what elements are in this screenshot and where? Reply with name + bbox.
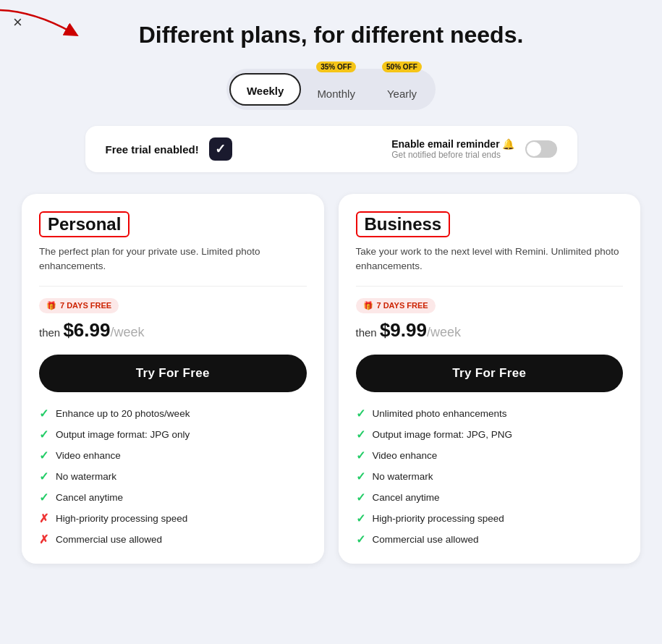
feature-item: ✓ No watermark [39, 470, 307, 483]
close-button[interactable]: × [13, 13, 22, 32]
feature-text: Output image format: JPG, PNG [373, 429, 513, 440]
gift-icon: 🎁 [46, 301, 56, 310]
feature-item: ✓ Cancel anytime [39, 491, 307, 504]
feature-item: ✓ Output image format: JPG only [39, 428, 307, 441]
feature-text: High-priority processing speed [373, 513, 504, 524]
feature-item: ✓ Enhance up to 20 photos/week [39, 407, 307, 420]
check-icon: ✓ [39, 470, 48, 483]
feature-text: Commercial use allowed [56, 534, 162, 545]
feature-item: ✓ Video enhance [39, 449, 307, 462]
email-reminder-toggle[interactable] [525, 140, 557, 158]
feature-item: ✓ High-priority processing speed [356, 512, 624, 525]
plan-card-business: Business Take your work to the next leve… [339, 194, 641, 564]
free-days-text: 7 DAYS FREE [377, 301, 428, 310]
check-icon: ✓ [39, 491, 48, 504]
feature-item: ✓ Unlimited photo enhancements [356, 407, 624, 420]
plan-price-personal: then $6.99/week [39, 319, 307, 342]
plan-divider [356, 286, 624, 287]
feature-text: Cancel anytime [56, 492, 123, 503]
check-icon: ✓ [356, 470, 365, 483]
feature-text: Cancel anytime [373, 492, 440, 503]
free-trial-bar: Free trial enabled! Enable email reminde… [85, 126, 577, 172]
plan-divider [39, 286, 307, 287]
plan-desc-personal: The perfect plan for your private use. L… [39, 245, 307, 274]
free-trial-checkbox[interactable] [209, 137, 232, 161]
check-icon: ✓ [356, 407, 365, 420]
features-list-business: ✓ Unlimited photo enhancements ✓ Output … [356, 407, 624, 546]
yearly-badge: 50% OFF [382, 62, 422, 72]
email-reminder-label: Enable email reminder 🔔 [391, 138, 514, 150]
cross-icon: ✗ [39, 512, 48, 525]
plan-name-personal: Personal [39, 211, 130, 237]
feature-item: ✓ Video enhance [356, 449, 624, 462]
free-trial-label: Free trial enabled! [106, 143, 199, 156]
feature-text: Enhance up to 20 photos/week [56, 408, 190, 419]
try-for-free-button-business[interactable]: Try For Free [356, 355, 624, 392]
free-days-badge: 🎁 7 DAYS FREE [356, 298, 436, 313]
free-trial-left: Free trial enabled! [106, 137, 232, 161]
price-prefix: then [356, 326, 380, 339]
tab-yearly[interactable]: 50% OFF Yearly [371, 72, 433, 107]
plans-grid: Personal The perfect plan for your priva… [22, 194, 640, 564]
email-reminder-section: Enable email reminder 🔔 Get notified bef… [391, 138, 556, 160]
check-icon: ✓ [356, 533, 365, 546]
page-title: Different plans, for different needs. [22, 22, 640, 48]
email-reminder-sub: Get notified before trial ends [391, 150, 514, 160]
try-for-free-button-personal[interactable]: Try For Free [39, 355, 307, 392]
billing-tabs: Weekly 35% OFF Monthly 50% OFF Yearly [226, 69, 436, 110]
check-icon: ✓ [356, 491, 365, 504]
feature-item: ✓ Cancel anytime [356, 491, 624, 504]
price-period: /week [110, 325, 144, 339]
free-days-text: 7 DAYS FREE [60, 301, 111, 310]
tab-monthly[interactable]: 35% OFF Monthly [301, 72, 371, 107]
price-prefix: then [39, 326, 63, 339]
price-amount: $6.99 [63, 319, 110, 341]
check-icon: ✓ [39, 449, 48, 462]
feature-text: Video enhance [373, 450, 438, 461]
feature-text: Output image format: JPG only [56, 429, 190, 440]
feature-text: High-priority processing speed [56, 513, 187, 524]
features-list-personal: ✓ Enhance up to 20 photos/week ✓ Output … [39, 407, 307, 546]
feature-item: ✗ Commercial use allowed [39, 533, 307, 546]
feature-item: ✓ No watermark [356, 470, 624, 483]
price-amount: $9.99 [380, 319, 427, 341]
check-icon: ✓ [39, 428, 48, 441]
feature-text: No watermark [373, 471, 433, 482]
monthly-badge: 35% OFF [316, 62, 356, 72]
email-reminder-text: Enable email reminder 🔔 Get notified bef… [391, 138, 514, 160]
feature-text: Video enhance [56, 450, 121, 461]
feature-text: No watermark [56, 471, 116, 482]
free-days-badge: 🎁 7 DAYS FREE [39, 298, 119, 313]
check-icon: ✓ [39, 407, 48, 420]
feature-item: ✓ Commercial use allowed [356, 533, 624, 546]
check-icon: ✓ [356, 428, 365, 441]
gift-icon: 🎁 [363, 301, 373, 310]
feature-item: ✓ Output image format: JPG, PNG [356, 428, 624, 441]
check-icon: ✓ [356, 512, 365, 525]
check-icon: ✓ [356, 449, 365, 462]
feature-text: Commercial use allowed [373, 534, 479, 545]
cross-icon: ✗ [39, 533, 48, 546]
plan-desc-business: Take your work to the next level with Re… [356, 245, 624, 274]
plan-card-personal: Personal The perfect plan for your priva… [22, 194, 324, 564]
price-period: /week [427, 325, 461, 339]
plan-name-business: Business [356, 211, 451, 237]
feature-text: Unlimited photo enhancements [373, 408, 507, 419]
feature-item: ✗ High-priority processing speed [39, 512, 307, 525]
tab-weekly[interactable]: Weekly [229, 73, 301, 106]
plan-price-business: then $9.99/week [356, 319, 624, 342]
